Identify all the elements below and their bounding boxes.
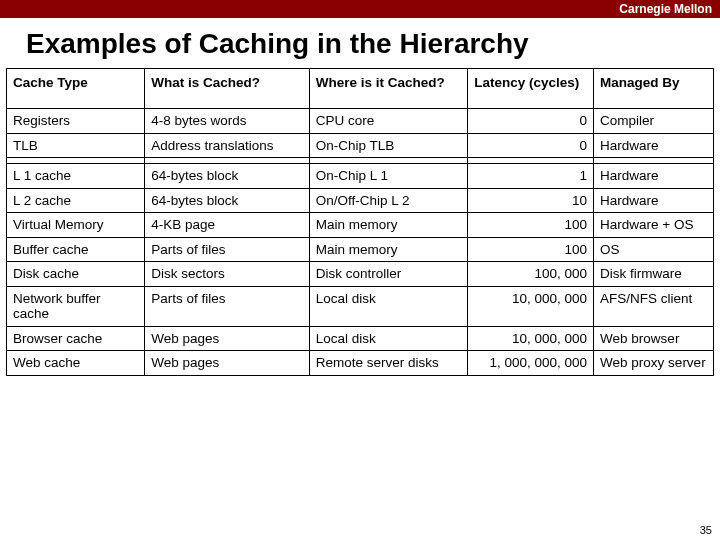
cell-by: Disk firmware <box>594 262 714 287</box>
cell-by: Hardware + OS <box>594 213 714 238</box>
cell-type: Virtual Memory <box>7 213 145 238</box>
cell-where: On-Chip L 1 <box>309 164 467 189</box>
cell-latency: 0 <box>468 133 594 158</box>
cell-what: Parts of files <box>145 237 310 262</box>
cell-by: Web browser <box>594 326 714 351</box>
cell-what: 4-KB page <box>145 213 310 238</box>
table-row: Web cache Web pages Remote server disks … <box>7 351 714 376</box>
cell-latency: 0 <box>468 109 594 134</box>
col-header-where: Where is it Cached? <box>309 69 467 109</box>
slide-title: Examples of Caching in the Hierarchy <box>0 18 720 68</box>
cell-type: L 2 cache <box>7 188 145 213</box>
table-row: Virtual Memory 4-KB page Main memory 100… <box>7 213 714 238</box>
table-row: L 1 cache 64-bytes block On-Chip L 1 1 H… <box>7 164 714 189</box>
cell-latency: 10 <box>468 188 594 213</box>
cell-by: Compiler <box>594 109 714 134</box>
cell-type: Network buffer cache <box>7 286 145 326</box>
table-row: Disk cache Disk sectors Disk controller … <box>7 262 714 287</box>
table-row: Browser cache Web pages Local disk 10, 0… <box>7 326 714 351</box>
brand-text: Carnegie Mellon <box>619 2 712 16</box>
cell-by: Web proxy server <box>594 351 714 376</box>
cell-what: 4-8 bytes words <box>145 109 310 134</box>
table-body: Registers 4-8 bytes words CPU core 0 Com… <box>7 109 714 376</box>
cell-latency: 10, 000, 000 <box>468 286 594 326</box>
table-row: TLB Address translations On-Chip TLB 0 H… <box>7 133 714 158</box>
cell-where: Local disk <box>309 286 467 326</box>
cell-type: Buffer cache <box>7 237 145 262</box>
cell-what: Disk sectors <box>145 262 310 287</box>
col-header-what: What is Cached? <box>145 69 310 109</box>
cell-by: Hardware <box>594 188 714 213</box>
cell-latency: 1, 000, 000, 000 <box>468 351 594 376</box>
cell-latency: 100, 000 <box>468 262 594 287</box>
table-row: Registers 4-8 bytes words CPU core 0 Com… <box>7 109 714 134</box>
cell-what: Web pages <box>145 351 310 376</box>
cell-latency: 10, 000, 000 <box>468 326 594 351</box>
cell-type: Web cache <box>7 351 145 376</box>
page-number: 35 <box>700 524 712 536</box>
table-row: L 2 cache 64-bytes block On/Off-Chip L 2… <box>7 188 714 213</box>
cell-type: TLB <box>7 133 145 158</box>
cell-what: 64-bytes block <box>145 188 310 213</box>
cell-type: Registers <box>7 109 145 134</box>
table-container: Cache Type What is Cached? Where is it C… <box>0 68 720 376</box>
cell-type: Browser cache <box>7 326 145 351</box>
brand-bar: Carnegie Mellon <box>0 0 720 18</box>
cell-latency: 1 <box>468 164 594 189</box>
cell-by: Hardware <box>594 133 714 158</box>
table-row: Buffer cache Parts of files Main memory … <box>7 237 714 262</box>
cell-what: Web pages <box>145 326 310 351</box>
cell-type: Disk cache <box>7 262 145 287</box>
cell-by: Hardware <box>594 164 714 189</box>
cache-table: Cache Type What is Cached? Where is it C… <box>6 68 714 376</box>
col-header-managed-by: Managed By <box>594 69 714 109</box>
cell-latency: 100 <box>468 213 594 238</box>
col-header-latency: Latency (cycles) <box>468 69 594 109</box>
cell-what: Parts of files <box>145 286 310 326</box>
cell-where: Main memory <box>309 213 467 238</box>
table-row: Network buffer cache Parts of files Loca… <box>7 286 714 326</box>
cell-where: Main memory <box>309 237 467 262</box>
cell-where: Remote server disks <box>309 351 467 376</box>
col-header-cache-type: Cache Type <box>7 69 145 109</box>
cell-by: AFS/NFS client <box>594 286 714 326</box>
cell-where: On/Off-Chip L 2 <box>309 188 467 213</box>
cell-what: Address translations <box>145 133 310 158</box>
cell-latency: 100 <box>468 237 594 262</box>
table-header-row: Cache Type What is Cached? Where is it C… <box>7 69 714 109</box>
cell-where: On-Chip TLB <box>309 133 467 158</box>
cell-type: L 1 cache <box>7 164 145 189</box>
cell-by: OS <box>594 237 714 262</box>
cell-what: 64-bytes block <box>145 164 310 189</box>
cell-where: CPU core <box>309 109 467 134</box>
cell-where: Disk controller <box>309 262 467 287</box>
cell-where: Local disk <box>309 326 467 351</box>
